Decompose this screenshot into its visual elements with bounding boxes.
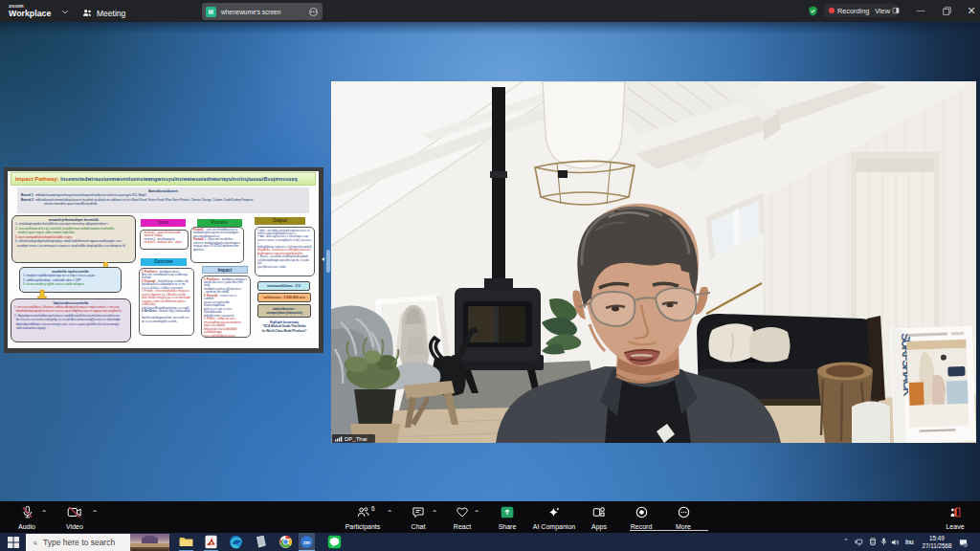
svg-text:DP_Thai: DP_Thai <box>345 436 367 442</box>
svg-text:zm: zm <box>303 540 310 545</box>
svg-text:5: 5 <box>965 543 967 547</box>
